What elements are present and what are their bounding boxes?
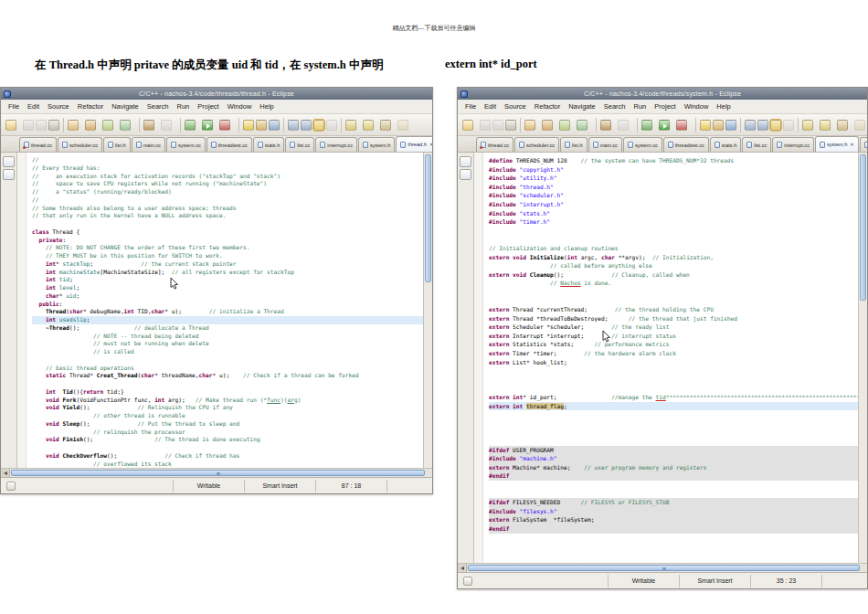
- build-all-icon[interactable]: [161, 120, 172, 131]
- search-icon[interactable]: [256, 120, 267, 131]
- menu-run[interactable]: Run: [174, 101, 194, 112]
- restore-editor-icon[interactable]: [460, 156, 471, 167]
- editor-tab-main-cc[interactable]: main.cc: [588, 137, 622, 152]
- search-icon[interactable]: [713, 120, 724, 131]
- scroll-left-arrow-icon[interactable]: [458, 564, 467, 572]
- run-icon[interactable]: [659, 120, 670, 131]
- editor-tab-scheduler-cc[interactable]: scheduler.cc: [514, 137, 559, 152]
- scroll-left-arrow-icon[interactable]: [1, 469, 10, 477]
- titlebar[interactable]: C/C++ - nachos-3.4/code/threads/system.h…: [458, 88, 867, 100]
- run-external-icon[interactable]: [219, 120, 230, 131]
- tab-close-icon[interactable]: ✕: [850, 142, 854, 147]
- fast-view-icon[interactable]: [6, 482, 16, 491]
- toggle-comment-icon[interactable]: [757, 120, 768, 131]
- menu-source[interactable]: Source: [501, 101, 530, 112]
- menu-help[interactable]: Help: [256, 101, 277, 112]
- annotation-nav-icon[interactable]: [802, 120, 813, 131]
- menu-search[interactable]: Search: [143, 101, 173, 112]
- editor-tab-system-cc[interactable]: system.cc: [623, 137, 662, 152]
- print-icon[interactable]: [505, 120, 516, 131]
- new-cpp-project-icon[interactable]: [524, 120, 535, 131]
- debug-icon[interactable]: [641, 120, 652, 131]
- save-icon[interactable]: [480, 120, 491, 131]
- menu-search[interactable]: Search: [600, 101, 630, 112]
- toggle-editor-icon[interactable]: [725, 120, 736, 131]
- menu-project[interactable]: Project: [651, 101, 679, 112]
- menu-refactor[interactable]: Refactor: [531, 101, 564, 112]
- menu-edit[interactable]: Edit: [481, 101, 500, 112]
- editor-tab-list-cc[interactable]: list.cc: [742, 137, 771, 152]
- restore-outline-icon[interactable]: [3, 169, 15, 180]
- menu-edit[interactable]: Edit: [24, 101, 43, 112]
- mark-occurrences-icon[interactable]: [313, 120, 324, 131]
- horizontal-scrollbar[interactable]: [458, 563, 867, 572]
- menu-file[interactable]: File: [5, 101, 23, 112]
- build-icon[interactable]: [600, 120, 611, 131]
- editor-tab-threadtest-cc[interactable]: threadtest.cc: [206, 137, 252, 152]
- editor-tab-thread-h[interactable]: thread.h: [860, 137, 867, 152]
- toggle-comment-icon[interactable]: [301, 120, 312, 131]
- new-cpp-class-icon[interactable]: [85, 120, 96, 131]
- editor-tab-system-h[interactable]: system.h✕: [815, 136, 859, 152]
- back-icon[interactable]: [380, 120, 391, 131]
- code-editor[interactable]: #define THREADS_NUM 128 // the system ca…: [483, 153, 858, 563]
- annotation-nav-icon[interactable]: [345, 120, 356, 131]
- new-class-icon[interactable]: [577, 120, 587, 131]
- menu-source[interactable]: Source: [44, 101, 73, 112]
- editor-tab-list-h[interactable]: list.h: [103, 137, 131, 152]
- next-annotation-icon[interactable]: [363, 120, 374, 131]
- restore-editor-icon[interactable]: [3, 156, 15, 167]
- new-cpp-class-icon[interactable]: [542, 120, 553, 131]
- run-external-icon[interactable]: [676, 120, 687, 131]
- toggle-editor-icon[interactable]: [269, 120, 280, 131]
- menu-navigate[interactable]: Navigate: [565, 101, 599, 112]
- link-editor-icon[interactable]: [326, 120, 337, 131]
- editor-tab-list-h[interactable]: list.h: [560, 137, 587, 152]
- tab-close-icon[interactable]: ✕: [429, 142, 432, 147]
- menu-window[interactable]: Window: [224, 101, 256, 112]
- fast-view-icon[interactable]: [463, 577, 472, 586]
- restore-outline-icon[interactable]: [460, 169, 471, 180]
- annotation-ruler[interactable]: [474, 153, 483, 563]
- menu-run[interactable]: Run: [630, 101, 651, 112]
- editor-tab-system-cc[interactable]: system.cc: [166, 137, 206, 152]
- new-class-icon[interactable]: [120, 120, 131, 131]
- new-c-file-icon[interactable]: [559, 120, 570, 131]
- editor-tab-system-h[interactable]: system.h: [358, 137, 395, 152]
- editor-tab-interrupt-cc[interactable]: interrupt.cc: [772, 137, 814, 152]
- vertical-scrollbar[interactable]: [858, 153, 867, 563]
- horizontal-scrollbar-thumb[interactable]: [11, 470, 425, 476]
- new-cpp-project-icon[interactable]: [68, 120, 79, 131]
- editor-tab-scheduler-cc[interactable]: scheduler.cc: [58, 137, 102, 152]
- vertical-scrollbar-thumb[interactable]: [425, 154, 431, 282]
- new-c-file-icon[interactable]: [102, 120, 113, 131]
- vertical-scrollbar[interactable]: [423, 153, 432, 468]
- build-all-icon[interactable]: [618, 120, 629, 131]
- save-all-icon[interactable]: [492, 120, 503, 131]
- horizontal-scrollbar[interactable]: [1, 468, 432, 477]
- menu-project[interactable]: Project: [194, 101, 222, 112]
- menu-navigate[interactable]: Navigate: [108, 101, 143, 112]
- menu-file[interactable]: File: [461, 101, 480, 112]
- menu-help[interactable]: Help: [713, 101, 734, 112]
- toggle-block-icon[interactable]: [745, 120, 756, 131]
- link-editor-icon[interactable]: [783, 120, 794, 131]
- back-icon[interactable]: [837, 120, 848, 131]
- editor-tab-list-cc[interactable]: list.cc: [285, 137, 314, 152]
- mark-occurrences-icon[interactable]: [770, 120, 781, 131]
- forward-icon[interactable]: [854, 120, 865, 131]
- editor-tab-stats-h[interactable]: stats.h: [253, 137, 284, 152]
- build-icon[interactable]: [143, 120, 154, 131]
- editor-tab-main-cc[interactable]: main.cc: [132, 137, 165, 152]
- debug-icon[interactable]: [185, 120, 196, 131]
- editor-tab-thread-h[interactable]: thread.h✕: [396, 136, 432, 152]
- next-annotation-icon[interactable]: [820, 120, 831, 131]
- editor-tab-interrupt-cc[interactable]: interrupt.cc: [315, 137, 357, 152]
- editor-tab-thread-cc[interactable]: thread.cc: [476, 137, 513, 152]
- print-icon[interactable]: [48, 120, 59, 131]
- editor-tab-thread-cc[interactable]: thread.cc: [19, 137, 57, 152]
- titlebar[interactable]: C/C++ - nachos-3.4/code/threads/thread.h…: [1, 88, 432, 100]
- open-element-icon[interactable]: [243, 120, 254, 131]
- editor-tab-threadtest-cc[interactable]: threadtest.cc: [663, 137, 709, 152]
- run-icon[interactable]: [202, 120, 213, 131]
